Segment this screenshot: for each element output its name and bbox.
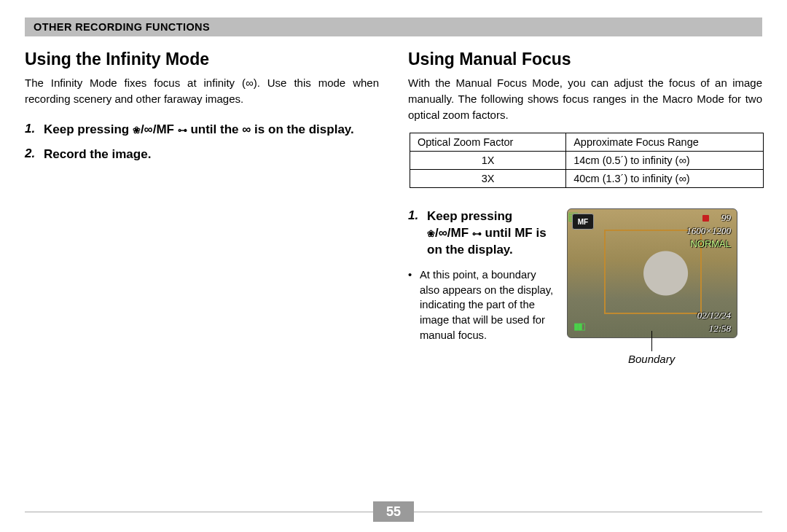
callout-line — [651, 331, 652, 351]
table-header: Optical Zoom Factor — [410, 133, 566, 152]
resolution-label: 1600×1200 — [686, 225, 731, 237]
bullet-text: At this point, a boundary also appears o… — [420, 267, 554, 343]
step-text-b: /∞/MF — [435, 226, 472, 240]
step-number: 1. — [408, 208, 427, 259]
time-label: 12:58 — [709, 323, 731, 335]
focus-range-table: Optical Zoom Factor Approximate Focus Ra… — [410, 133, 764, 188]
manual-heading: Using Manual Focus — [408, 50, 762, 69]
quality-label: NORMAL — [690, 238, 731, 249]
boundary-caption: Boundary — [628, 353, 675, 365]
section-header: OTHER RECORDING FUNCTIONS — [25, 17, 762, 36]
battery-icon: ▮▮▯ — [573, 321, 584, 332]
manual-bullet: • At this point, a boundary also appears… — [408, 267, 554, 343]
infinity-step-1: 1. Keep pressing ❀/∞/MF ⊶ until the ∞ is… — [25, 122, 379, 138]
infinity-step-2: 2. Record the image. — [25, 146, 379, 163]
table-cell: 3X — [410, 170, 566, 188]
manual-body: With the Manual Focus Mode, you can adju… — [408, 75, 762, 122]
flower-icon: ❀ — [427, 227, 435, 240]
shots-remaining: 99 — [721, 212, 731, 224]
key-icon: ⊶ — [472, 227, 482, 240]
infinity-heading: Using the Infinity Mode — [25, 50, 379, 69]
step-number: 2. — [25, 146, 44, 163]
camera-preview: MF 99 1600×1200 NORMAL ▤ 02/12/24 12:58 … — [567, 208, 737, 338]
preview-figure: MF 99 1600×1200 NORMAL ▤ 02/12/24 12:58 … — [567, 208, 737, 338]
bullet-icon: • — [408, 267, 420, 343]
step-text-b: /∞/MF — [141, 122, 178, 136]
table-row: 3X 40cm (1.3´) to infinity (∞) — [410, 170, 764, 188]
table-cell: 40cm (1.3´) to infinity (∞) — [566, 170, 764, 188]
step-number: 1. — [25, 122, 44, 138]
step-text-a: Keep pressing — [427, 209, 512, 223]
step-text: Record the image. — [44, 146, 151, 163]
table-cell: 14cm (0.5´) to infinity (∞) — [566, 152, 764, 170]
mf-badge: MF — [572, 214, 594, 230]
infinity-body: The Infinity Mode fixes focus at infinit… — [25, 75, 379, 107]
focus-boundary-box — [604, 230, 702, 314]
page-footer: 55 — [25, 501, 762, 522]
manual-step-1: 1. Keep pressing ❀/∞/MF ⊶ until MF is on… — [408, 208, 554, 259]
step-text-a: Keep pressing — [44, 122, 133, 136]
page-number: 55 — [373, 501, 414, 522]
right-column: Using Manual Focus With the Manual Focus… — [408, 50, 762, 343]
table-row: 1X 14cm (0.5´) to infinity (∞) — [410, 152, 764, 170]
date-label: 02/12/24 — [697, 310, 731, 321]
key-icon: ⊶ — [178, 124, 187, 137]
table-header: Approximate Focus Range — [566, 133, 764, 152]
table-cell: 1X — [410, 152, 566, 170]
flower-icon: ❀ — [133, 124, 141, 137]
step-text-c: until the ∞ is on the display. — [187, 122, 354, 136]
left-column: Using the Infinity Mode The Infinity Mod… — [25, 50, 379, 343]
record-icon — [702, 215, 709, 222]
